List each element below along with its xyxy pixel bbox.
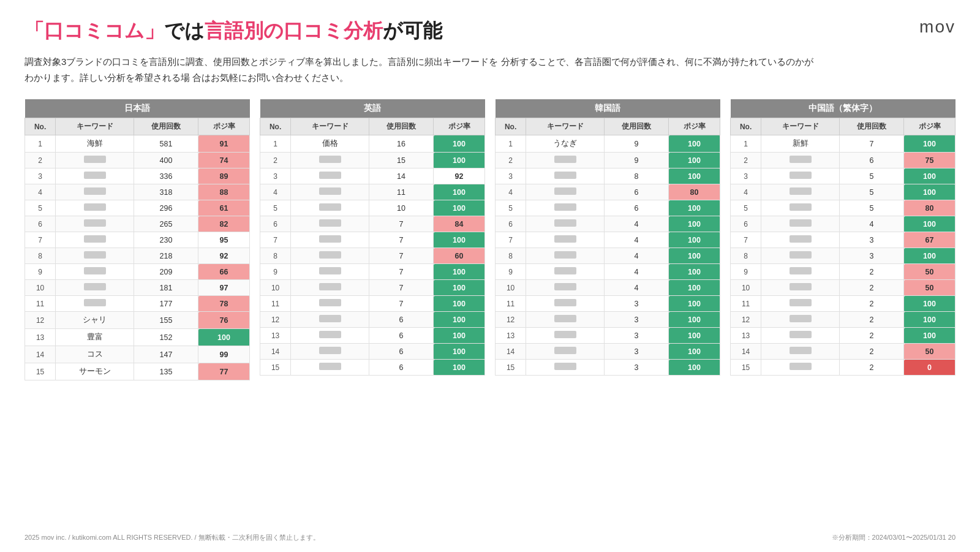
cell-posi: 77 (198, 363, 250, 380)
cell-keyword (291, 264, 369, 280)
cell-count: 4 (605, 248, 669, 264)
cell-no: 4 (496, 184, 526, 200)
cell-keyword (761, 264, 840, 280)
cell-count: 4 (605, 216, 669, 232)
table-wrapper-2: 韓国語No.キーワード使用回数ポジ率1うなぎ910029100381004680… (495, 99, 720, 376)
table-row: 5580 (731, 200, 956, 216)
col-header-count-2: 使用回数 (605, 118, 669, 135)
table-row: 7367 (731, 232, 956, 248)
table-row: 1520 (731, 360, 956, 376)
table-row: 156100 (260, 360, 485, 376)
blurred-keyword (790, 251, 812, 259)
blurred-keyword (319, 283, 341, 290)
blurred-keyword (319, 251, 341, 259)
cell-keyword (56, 296, 134, 312)
table-row: 1海鮮58191 (25, 135, 250, 153)
cell-no: 9 (25, 264, 56, 280)
blurred-keyword (319, 235, 341, 243)
title-part2: では (164, 20, 205, 42)
cell-keyword: 価格 (291, 135, 369, 153)
cell-no: 9 (260, 264, 291, 280)
blurred-keyword (84, 203, 106, 211)
cell-count: 2 (840, 312, 904, 328)
lang-header-2: 韓国語 (496, 99, 720, 118)
blurred-keyword (554, 251, 576, 259)
table-row: 83100 (731, 248, 956, 264)
blurred-keyword (319, 347, 341, 354)
cell-count: 2 (840, 264, 904, 280)
table-row: 113100 (496, 296, 720, 312)
cell-posi: 100 (904, 135, 956, 153)
cell-count: 16 (369, 135, 434, 153)
table-row: 143100 (496, 344, 720, 360)
cell-posi: 100 (904, 248, 956, 264)
blurred-keyword (84, 299, 106, 306)
blurred-keyword (319, 172, 341, 179)
cell-posi: 100 (669, 200, 720, 216)
table-row: 723095 (25, 232, 250, 248)
cell-no: 6 (731, 216, 761, 232)
cell-count: 6 (605, 200, 669, 216)
table-wrapper-3: 中国語（繁体字）No.キーワード使用回数ポジ率1新鮮71002675351004… (730, 99, 956, 376)
col-header-posi-3: ポジ率 (904, 118, 956, 135)
cell-no: 8 (25, 248, 56, 264)
cell-no: 1 (731, 135, 761, 153)
cell-posi: 67 (904, 232, 956, 248)
cell-count: 4 (605, 232, 669, 248)
cell-posi: 100 (669, 216, 720, 232)
cell-count: 6 (369, 344, 434, 360)
table-row: 15サーモン13577 (25, 363, 250, 380)
cell-no: 4 (25, 184, 56, 200)
cell-posi: 78 (198, 296, 250, 312)
cell-count: 152 (134, 329, 198, 346)
cell-posi: 100 (904, 168, 956, 184)
cell-count: 4 (840, 216, 904, 232)
cell-no: 2 (731, 153, 761, 168)
blurred-keyword (84, 156, 106, 163)
cell-posi: 100 (904, 184, 956, 200)
table-row: 77100 (260, 232, 485, 248)
table-row: 14コス14799 (25, 346, 250, 363)
cell-count: 7 (369, 296, 434, 312)
cell-posi: 80 (669, 184, 720, 200)
cell-no: 9 (496, 264, 526, 280)
cell-count: 11 (369, 184, 434, 200)
table-row: 1新鮮7100 (731, 135, 956, 153)
cell-posi: 100 (669, 264, 720, 280)
cell-keyword (761, 200, 840, 216)
cell-keyword (761, 328, 840, 344)
blurred-keyword (554, 299, 576, 306)
table-row: 529661 (25, 200, 250, 216)
logo: mov (919, 17, 956, 37)
table-row: 31492 (260, 168, 485, 184)
cell-no: 12 (25, 312, 56, 329)
cell-keyword (761, 296, 840, 312)
cell-keyword (761, 232, 840, 248)
cell-no: 10 (260, 280, 291, 296)
cell-keyword (526, 328, 605, 344)
cell-keyword (291, 344, 369, 360)
col-header-keyword-3: キーワード (761, 118, 840, 135)
col-header-posi-1: ポジ率 (434, 118, 485, 135)
cell-keyword: 豊富 (56, 329, 134, 346)
blurred-keyword (554, 331, 576, 338)
cell-count: 3 (605, 312, 669, 328)
cell-posi: 100 (434, 344, 485, 360)
cell-posi: 100 (434, 232, 485, 248)
table-row: 10250 (731, 280, 956, 296)
data-table-0: 日本語No.キーワード使用回数ポジ率1海鮮5819124007433368943… (24, 99, 250, 380)
table-wrapper-0: 日本語No.キーワード使用回数ポジ率1海鮮5819124007433368943… (24, 99, 250, 380)
cell-no: 9 (731, 264, 761, 280)
table-row: 153100 (496, 360, 720, 376)
title-part4: が可能 (383, 20, 442, 42)
cell-posi: 76 (198, 312, 250, 329)
cell-no: 14 (496, 344, 526, 360)
cell-no: 4 (260, 184, 291, 200)
cell-keyword (761, 168, 840, 184)
footer-left: 2025 mov inc. / kutikomi.com ALL RIGHTS … (24, 533, 320, 542)
cell-no: 12 (731, 312, 761, 328)
col-header-posi-0: ポジ率 (198, 118, 250, 135)
cell-keyword (526, 296, 605, 312)
col-header-keyword-0: キーワード (56, 118, 134, 135)
cell-keyword (761, 248, 840, 264)
